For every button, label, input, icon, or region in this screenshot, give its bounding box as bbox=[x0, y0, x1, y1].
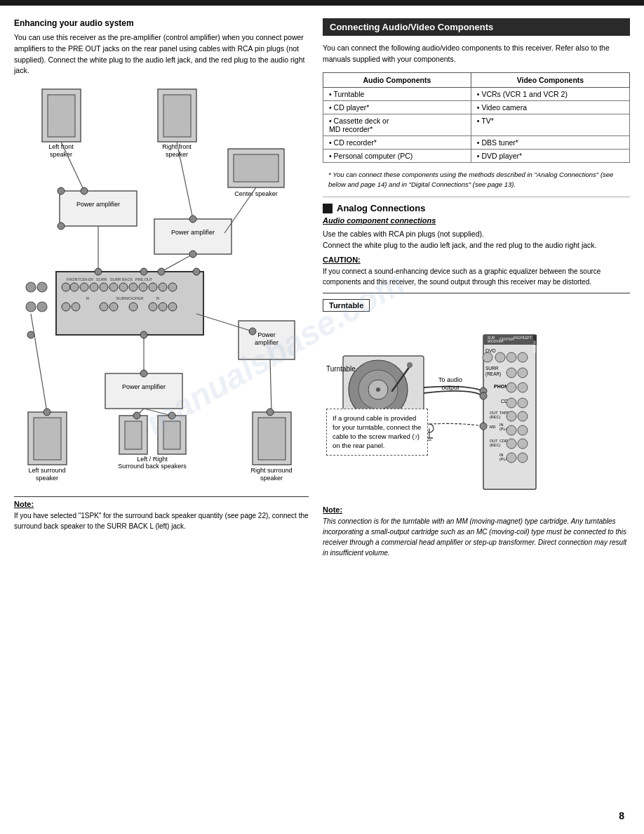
svg-point-91 bbox=[168, 412, 175, 419]
svg-point-44 bbox=[37, 282, 47, 292]
svg-point-145 bbox=[507, 439, 516, 449]
svg-point-36 bbox=[62, 303, 70, 311]
svg-text:(REC): (REC) bbox=[490, 443, 500, 447]
svg-point-131 bbox=[518, 398, 528, 408]
svg-point-26 bbox=[109, 283, 118, 291]
svg-text:R: R bbox=[156, 296, 160, 300]
svg-text:SURR: SURR bbox=[96, 277, 107, 282]
svg-text:LEFT: LEFT bbox=[523, 336, 532, 340]
svg-point-43 bbox=[168, 303, 177, 311]
audio-cell: CD player* bbox=[323, 100, 471, 114]
svg-point-41 bbox=[149, 303, 157, 311]
svg-rect-11 bbox=[60, 191, 137, 226]
svg-point-32 bbox=[168, 283, 177, 291]
table-row: Turntable VCRs (VCR 1 and VCR 2) bbox=[323, 87, 630, 100]
caution-section: CAUTION: If you connect a sound-enhancin… bbox=[323, 256, 630, 293]
svg-point-88 bbox=[158, 268, 165, 275]
svg-point-85 bbox=[249, 328, 256, 335]
left-column: Enhancing your audio system You can use … bbox=[14, 18, 309, 558]
svg-point-141 bbox=[518, 425, 528, 435]
right-column: Connecting Audio/Video Components You ca… bbox=[323, 18, 630, 558]
svg-text:Power amplifier: Power amplifier bbox=[76, 201, 120, 208]
svg-point-128 bbox=[518, 383, 528, 392]
svg-text:MD: MD bbox=[490, 425, 496, 429]
table-row: Cassette deck orMD recorder* TV* bbox=[323, 114, 630, 135]
svg-point-92 bbox=[27, 331, 34, 338]
svg-point-23 bbox=[80, 283, 88, 291]
svg-text:SURR BACK: SURR BACK bbox=[110, 277, 133, 282]
svg-point-29 bbox=[139, 283, 147, 291]
svg-text:speaker: speaker bbox=[50, 151, 72, 158]
intro-text: You can connect the following audio/vide… bbox=[323, 43, 630, 65]
table-row: CD player* Video camera bbox=[323, 100, 630, 114]
svg-point-83 bbox=[193, 268, 200, 275]
svg-point-130 bbox=[507, 398, 516, 408]
svg-rect-1 bbox=[48, 95, 75, 137]
svg-rect-5 bbox=[163, 95, 191, 137]
svg-point-22 bbox=[70, 283, 79, 291]
svg-point-40 bbox=[129, 303, 137, 311]
svg-point-78 bbox=[81, 187, 88, 194]
audio-cell: Personal computer (PC) bbox=[323, 149, 471, 162]
svg-text:Left front: Left front bbox=[48, 143, 74, 150]
note-section: Note: This connection is for the turntab… bbox=[323, 505, 630, 558]
svg-point-46 bbox=[37, 302, 47, 312]
video-cell: TV* bbox=[471, 114, 629, 135]
svg-text:output: output bbox=[441, 384, 459, 391]
svg-text:Power: Power bbox=[257, 331, 276, 338]
svg-point-152 bbox=[480, 392, 487, 399]
svg-line-75 bbox=[144, 409, 172, 416]
svg-text:(REAR): (REAR) bbox=[485, 371, 501, 377]
caution-title: CAUTION: bbox=[323, 256, 630, 264]
caution-text: If you connect a sound-enhancing device … bbox=[323, 266, 630, 287]
svg-point-45 bbox=[26, 282, 36, 292]
svg-point-118 bbox=[483, 352, 492, 362]
svg-line-71 bbox=[161, 254, 193, 272]
svg-point-38 bbox=[100, 303, 108, 311]
top-bar bbox=[0, 0, 644, 6]
components-table: Audio Components Video Components Turnta… bbox=[323, 72, 630, 163]
svg-text:To audio: To audio bbox=[438, 376, 462, 383]
svg-text:speaker: speaker bbox=[36, 475, 58, 482]
svg-text:Power amplifier: Power amplifier bbox=[122, 383, 166, 390]
svg-point-124 bbox=[507, 368, 516, 378]
black-square-icon bbox=[323, 204, 333, 213]
turntable-label: Turntable bbox=[326, 365, 356, 373]
speaker-diagram: Left front speaker Right front speaker C… bbox=[21, 82, 302, 489]
svg-point-140 bbox=[507, 425, 516, 435]
svg-point-84 bbox=[140, 370, 147, 377]
svg-point-87 bbox=[189, 251, 196, 258]
svg-rect-13 bbox=[154, 219, 232, 254]
svg-rect-9 bbox=[234, 154, 279, 182]
svg-point-80 bbox=[189, 216, 196, 223]
svg-text:SUBWOOFER: SUBWOOFER bbox=[116, 296, 144, 300]
note-text: This connection is for the turntable wit… bbox=[323, 516, 630, 558]
svg-text:CENTER: CENTER bbox=[499, 337, 514, 341]
svg-text:(REC): (REC) bbox=[490, 415, 500, 419]
svg-text:AUDIO: AUDIO bbox=[532, 340, 537, 353]
video-cell: VCRs (VCR 1 and VCR 2) bbox=[471, 87, 629, 100]
video-cell: Video camera bbox=[471, 100, 629, 114]
svg-point-101 bbox=[407, 362, 412, 368]
svg-point-149 bbox=[507, 453, 516, 463]
turntable-diagram: Turntable bbox=[323, 317, 630, 500]
svg-point-99 bbox=[376, 388, 380, 392]
audio-header: Audio Components bbox=[323, 72, 471, 87]
note-title: Note: bbox=[323, 505, 630, 514]
page-number: 8 bbox=[619, 810, 624, 821]
svg-text:speaker: speaker bbox=[260, 475, 283, 482]
audio-cell: CD recorder* bbox=[323, 135, 471, 149]
svg-point-136 bbox=[518, 411, 528, 421]
table-note: * You can connect these components using… bbox=[323, 170, 630, 190]
svg-point-27 bbox=[119, 283, 128, 291]
analog-title: Analog Connections bbox=[323, 203, 630, 213]
svg-text:Left surround: Left surround bbox=[28, 467, 65, 474]
svg-rect-64 bbox=[163, 421, 180, 449]
svg-text:R: R bbox=[86, 296, 90, 300]
svg-line-76 bbox=[31, 314, 47, 412]
svg-text:SURR: SURR bbox=[485, 366, 499, 371]
video-cell: DBS tuner* bbox=[471, 135, 629, 149]
svg-point-93 bbox=[43, 409, 51, 416]
svg-point-30 bbox=[149, 283, 157, 291]
audio-cell: Turntable bbox=[323, 87, 471, 100]
